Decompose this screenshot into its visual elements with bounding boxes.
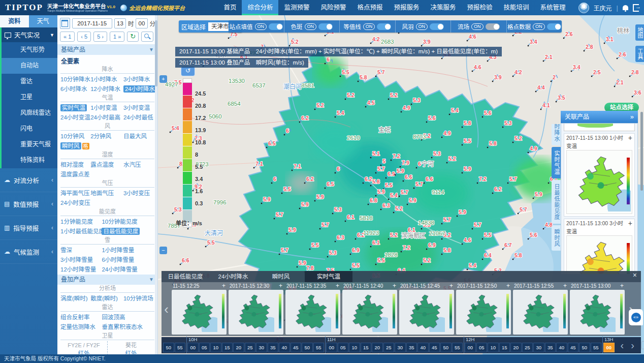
product-item-6小时降雪量[interactable]: 6小时降雪量 (102, 255, 154, 265)
product-item-24小时变温[interactable]: 24小时变温 (60, 113, 90, 123)
nav-item-监测预警[interactable]: 监测预警 (278, 0, 315, 15)
related-tab-瞬时风[interactable]: 瞬时风 (552, 225, 561, 251)
sidebar-item-闪电[interactable]: 闪电 (2, 121, 57, 137)
product-item-3小时变压[interactable]: 3小时变压 (123, 189, 154, 198)
product-item-3小时降雪量[interactable]: 3小时降雪量 (60, 255, 102, 265)
product-item-回波顶高[interactable]: 回波顶高 (102, 313, 154, 322)
product-item-组合反射率[interactable]: 组合反射率 (60, 313, 102, 322)
time-cell-10H55[interactable]: 55 (313, 343, 325, 352)
time-cell-12H50[interactable]: 50 (579, 343, 590, 352)
related-card-partial[interactable] (564, 124, 635, 131)
time-cell-11H45[interactable]: 45 (429, 343, 440, 352)
time-cell-11H05[interactable]: 05 (338, 343, 349, 352)
product-item-相对湿度[interactable]: 相对湿度 (60, 160, 90, 170)
plus-icon[interactable]: + (563, 282, 567, 290)
time-cell-10H15[interactable]: 15 (222, 343, 233, 352)
time-cell-10H00[interactable]: 00 (187, 343, 199, 352)
section-overlay-products[interactable]: 叠加产品▼ (57, 275, 157, 285)
time-thumbnail[interactable]: 11-15 12:25+ (171, 282, 227, 336)
time-cell-12H25[interactable]: 25 (522, 343, 533, 352)
toggle-站点填值[interactable]: 站点填值ON (229, 20, 284, 33)
time-cell-12H15[interactable]: 15 (499, 343, 510, 352)
search-icon[interactable] (141, 32, 153, 42)
product-item-红外[interactable]: 红外 (108, 349, 154, 354)
time-thumbnail[interactable]: 2017-11-15 12:45+ (399, 282, 455, 336)
nav-item-预报服务[interactable]: 预报服务 (389, 0, 425, 15)
product-item-1小时降水[interactable]: 1小时降水 (90, 75, 123, 84)
product-item-海平面气压[interactable]: 海平面气压 (60, 189, 90, 198)
plus-icon[interactable]: + (628, 134, 632, 150)
time-cell-11H35[interactable]: 35 (406, 343, 417, 352)
nav-item-格点预报[interactable]: 格点预报 (352, 0, 389, 15)
product-item-24小时降雪量[interactable]: 24小时降雪量 (102, 265, 154, 275)
product-item-10分钟降水[interactable]: 10分钟降水 (60, 75, 90, 84)
time-cell-10H40[interactable]: 40 (279, 343, 290, 352)
plus-icon[interactable]: + (620, 282, 624, 290)
time-cell-10H20[interactable]: 20 (233, 343, 244, 352)
nav-item-决策服务[interactable]: 决策服务 (425, 0, 462, 15)
plus-icon[interactable]: + (449, 282, 453, 290)
related-tab-24小时降水[interactable]: 24小时降水 (552, 124, 561, 145)
related-card[interactable]: 2017-11-15 13:00 1小时变温+ (564, 133, 635, 217)
time-cell-10H30[interactable]: 30 (256, 343, 267, 352)
time-thumbnail[interactable]: 2017-11-15 12:30+ (228, 282, 284, 336)
toggle-switch[interactable] (269, 23, 283, 30)
time-cell-12H55[interactable]: 55 (591, 343, 602, 352)
hour-input[interactable]: 13 (114, 18, 126, 28)
nav-item-首页[interactable]: 首页 (218, 0, 242, 15)
plus-icon[interactable]: + (506, 282, 510, 290)
strip-prev-icon[interactable]: ‹ (162, 282, 171, 336)
product-item-实时气温[interactable]: 实时气温 (60, 103, 90, 113)
sidebar-tab-资料[interactable]: 资料 (0, 15, 29, 27)
product-item-散度(瞬时)[interactable]: 散度(瞬时) (90, 294, 123, 304)
related-card[interactable]: 2017-11-15 13:00 3小时变温+ (564, 219, 635, 275)
plus-icon[interactable]: + (628, 219, 632, 235)
minute-input[interactable]: 00 (136, 18, 147, 28)
time-cell-11H25[interactable]: 25 (383, 343, 395, 352)
product-item-1小时降雪量[interactable]: 1小时降雪量 (102, 246, 154, 255)
toggle-switch[interactable] (430, 23, 444, 30)
product-item-垂直累积液态水[interactable]: 垂直累积液态水 (102, 322, 154, 332)
bottom-tab-日最低能见度[interactable]: 日最低能见度 (162, 271, 209, 282)
plus-icon[interactable]: + (336, 282, 339, 290)
time-cell-10H45[interactable]: 45 (291, 343, 302, 352)
toggle-switch[interactable] (547, 23, 561, 30)
time-cell-50[interactable]: 50 (163, 343, 174, 352)
nav-item-综合分析[interactable]: 综合分析 (242, 0, 278, 15)
pager-button[interactable]: 1 » (110, 32, 124, 42)
time-thumbnail[interactable]: 2017-11-15 13:00+ (569, 282, 625, 336)
time-cell-11H20[interactable]: 20 (372, 343, 383, 352)
sidebar-item-自动站[interactable]: 自动站 (2, 58, 57, 74)
time-cell-12H20[interactable]: 20 (510, 343, 522, 352)
time-cell-12H35[interactable]: 35 (545, 343, 556, 352)
map-tool-button-工具[interactable]: 工具 (635, 46, 644, 62)
product-item-10分钟风[interactable]: 10分钟风 (60, 132, 90, 141)
time-thumbnail[interactable]: 2017-11-15 12:50+ (456, 282, 511, 336)
related-products-header[interactable]: 关联产品» (561, 111, 638, 123)
bottom-tab-瞬时风[interactable]: 瞬时风 (257, 271, 305, 282)
map-tool-button-地图[interactable]: 地图 (635, 24, 644, 41)
time-cell-12H00[interactable]: 00 (465, 343, 476, 352)
product-item-日最大风[interactable]: 日最大风 (123, 132, 154, 141)
all-elements-link[interactable]: 全要素 (57, 55, 157, 66)
toggle-流场[interactable]: 流场ON (450, 20, 506, 33)
sidebar-item-雷达[interactable]: 雷达 (2, 74, 57, 89)
related-tab-日最低能见度[interactable]: 日最低能见度 (552, 180, 561, 224)
time-cell-55[interactable]: 55 (175, 343, 186, 352)
time-cell-11H00[interactable]: 00 (326, 343, 337, 352)
bottom-tab-实时气温[interactable]: 实时气温 (305, 271, 352, 282)
related-tab-实时气温[interactable]: 实时气温 (552, 147, 561, 178)
pager-button[interactable]: ‹ 5 (77, 32, 91, 42)
time-cell-10H05[interactable]: 05 (199, 343, 210, 352)
product-item-雪深[interactable]: 雪深 (60, 246, 102, 255)
sidebar-group-对流分析[interactable]: ☁对流分析‹ (0, 168, 57, 192)
time-cell-12H10[interactable]: 10 (488, 343, 499, 352)
toggle-switch[interactable] (318, 23, 333, 30)
toggle-等值线[interactable]: 等值线ON (339, 20, 395, 33)
bottom-tab-24小时降水[interactable]: 24小时降水 (209, 271, 257, 282)
toggle-风羽[interactable]: 风羽ON (395, 20, 451, 33)
time-cell-11H15[interactable]: 15 (361, 343, 372, 352)
nav-item-预报检验[interactable]: 预报检验 (462, 0, 498, 15)
time-cell-12H45[interactable]: 45 (568, 343, 579, 352)
panel-scrollbar[interactable] (155, 15, 157, 354)
